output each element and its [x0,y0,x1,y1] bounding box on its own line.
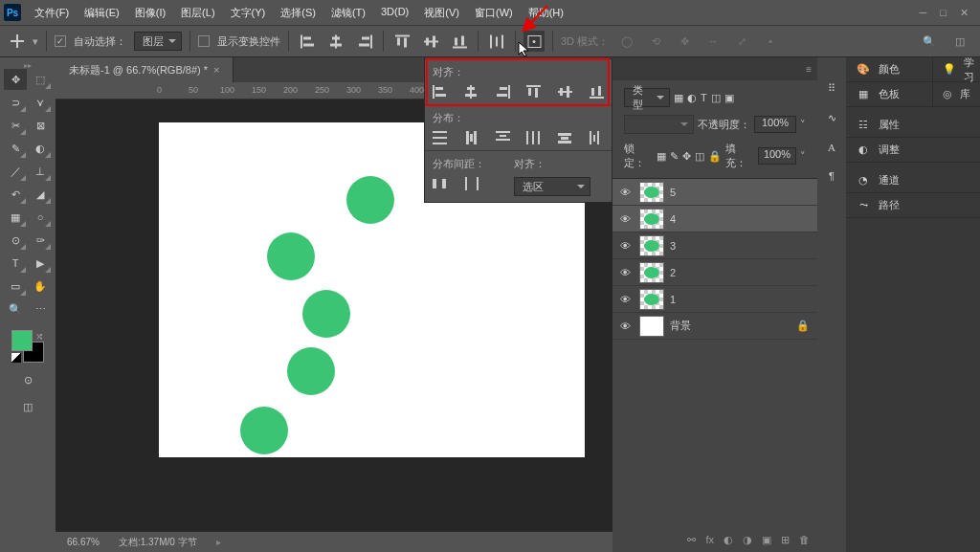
shape-tool[interactable]: ▭ [4,276,27,297]
menu-help[interactable]: 帮助(H) [523,2,569,24]
layer-row[interactable]: 👁1 [612,286,817,313]
libraries-panel-button[interactable]: ◎库 [933,82,980,107]
distribute-h-icon[interactable] [486,31,507,52]
brush-tool[interactable]: ／ [4,161,27,182]
popup-dist-bottom-icon[interactable] [496,131,510,144]
foreground-color[interactable] [11,330,33,351]
more-align-button[interactable] [523,31,545,52]
marquee-tool[interactable]: ⬚ [29,69,52,90]
filter-shape-icon[interactable]: ◫ [711,92,721,104]
filter-type-icon[interactable]: T [701,92,707,103]
frame-tool[interactable]: ⊠ [29,115,52,136]
close-button[interactable]: ✕ [960,7,969,19]
layer-name[interactable]: 5 [670,187,676,198]
shape-circle-1[interactable] [240,407,288,454]
auto-select-checkbox[interactable] [55,35,66,47]
visibility-icon[interactable]: 👁 [620,213,634,225]
history-brush-tool[interactable]: ↶ [4,184,27,205]
adjustment-layer-icon[interactable]: ◑ [743,534,752,546]
swatches-panel-button[interactable]: ▦色板 [846,82,932,107]
lasso-tool[interactable]: ⊃ [4,92,27,113]
eyedropper-tool[interactable]: ✎ [4,138,27,159]
align-vcenter-icon[interactable] [420,31,441,52]
visibility-icon[interactable]: 👁 [620,187,634,198]
search-icon[interactable]: 🔍 [919,31,940,52]
menu-edit[interactable]: 编辑(E) [78,2,125,24]
popup-dist-vcenter-icon[interactable] [464,131,479,144]
menu-3d[interactable]: 3D(D) [375,2,414,24]
popup-dist-hcenter-icon[interactable] [558,131,572,144]
panel-menu-icon[interactable]: ≡ [806,64,812,75]
popup-align-hcenter-icon[interactable] [464,85,479,99]
maximize-button[interactable]: □ [940,7,947,19]
layer-row[interactable]: 👁背景🔒 [612,313,817,340]
learn-panel-button[interactable]: 💡学习 [933,57,980,82]
layer-row[interactable]: 👁2 [612,259,817,286]
zoom-tool[interactable]: 🔍 [4,298,27,320]
align-hcenter-icon[interactable] [325,31,346,52]
popup-spacing-v-icon[interactable] [465,177,479,190]
default-colors-icon[interactable] [11,353,21,363]
type-tool[interactable]: T [4,253,27,274]
crop-tool[interactable]: ✂ [4,115,27,136]
menu-image[interactable]: 图像(I) [129,2,171,24]
menu-view[interactable]: 视图(V) [418,2,465,24]
popup-align-left-icon[interactable] [433,85,447,99]
healing-tool[interactable]: ◐ [29,138,52,159]
group-icon[interactable]: ▣ [762,534,771,546]
properties-panel-button[interactable]: ☷属性 [846,113,980,138]
auto-select-dropdown[interactable]: 图层 [134,32,182,51]
layer-row[interactable]: 👁3 [612,232,817,259]
move-tool[interactable]: ✥ [4,69,27,90]
menu-layer[interactable]: 图层(L) [175,2,220,24]
adjustments-panel-button[interactable]: ◐调整 [846,138,980,163]
lock-artboard-icon[interactable]: ◫ [695,150,704,163]
gradient-tool[interactable]: ▦ [4,207,27,228]
layer-row[interactable]: 👁5 [612,179,817,206]
lock-all-icon[interactable]: 🔒 [708,150,722,163]
close-tab-icon[interactable]: × [213,64,219,76]
channels-panel-button[interactable]: ◔通道 [846,168,980,193]
layer-name[interactable]: 背景 [670,319,691,333]
lock-transparency-icon[interactable]: ▦ [657,150,666,163]
layer-name[interactable]: 3 [670,240,676,252]
shape-circle-2[interactable] [287,347,335,395]
layer-name[interactable]: 2 [670,267,676,278]
swap-colors-icon[interactable]: ⤭ [35,331,43,342]
layer-fx-icon[interactable]: fx [705,534,714,545]
layer-name[interactable]: 4 [670,213,676,225]
minimize-button[interactable]: ─ [920,7,927,19]
align-left-icon[interactable] [297,31,318,52]
color-panel-button[interactable]: 🎨颜色 [846,57,932,82]
lock-pixels-icon[interactable]: ✎ [670,150,679,163]
layer-mask-icon[interactable]: ◐ [724,534,733,546]
zoom-display[interactable]: 66.67% [67,537,100,547]
hand-tool[interactable]: ✋ [29,276,52,297]
popup-dist-top-icon[interactable] [433,131,447,144]
pen-tool[interactable]: ✑ [29,230,52,251]
align-to-dropdown[interactable]: 选区 [514,177,590,196]
align-top-icon[interactable] [391,31,412,52]
document-tab[interactable]: 未标题-1 @ 66.7%(RGB/8#) * × [56,57,234,82]
menu-window[interactable]: 窗口(W) [469,2,519,24]
delete-layer-icon[interactable]: 🗑 [799,534,810,545]
filter-smart-icon[interactable]: ▣ [724,92,734,104]
paragraph-panel-icon[interactable]: ¶ [829,170,835,182]
popup-align-bottom-icon[interactable] [590,85,604,99]
shape-circle-3[interactable] [302,290,350,338]
stamp-tool[interactable]: ⊥ [29,161,52,182]
filter-image-icon[interactable]: ▦ [674,92,683,104]
popup-dist-left-icon[interactable] [526,131,541,144]
blend-mode-dropdown[interactable] [624,115,694,134]
quick-select-tool[interactable]: ⋎ [29,92,52,113]
new-layer-icon[interactable]: ⊞ [781,534,790,546]
brushes-icon[interactable]: ∿ [828,112,836,124]
popup-align-vcenter-icon[interactable] [558,85,572,99]
lock-position-icon[interactable]: ✥ [682,150,691,163]
visibility-icon[interactable]: 👁 [620,267,634,278]
align-bottom-icon[interactable] [449,31,470,52]
popup-spacing-h-icon[interactable] [433,177,447,190]
shape-circle-5[interactable] [346,176,394,224]
blur-tool[interactable]: ○ [29,207,52,228]
edit-toolbar[interactable]: ⋯ [29,298,52,320]
